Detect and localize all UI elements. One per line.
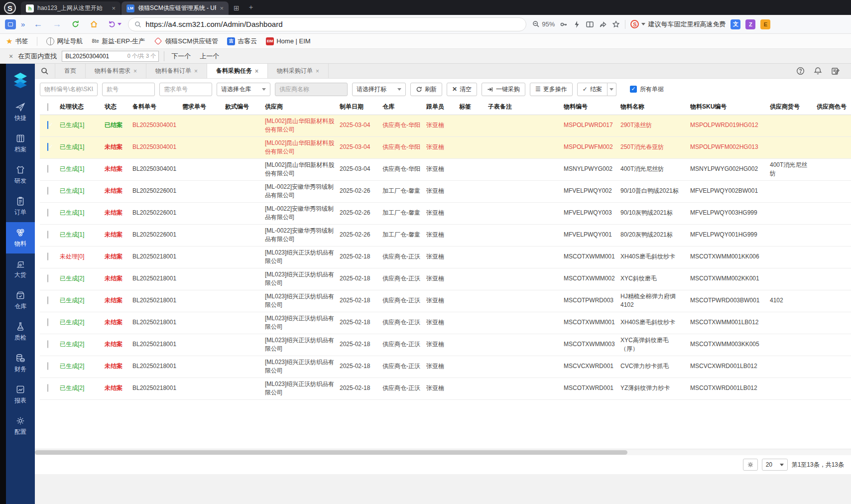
browser-tab-scm[interactable]: LM 领猫SCM供应链管理系统 - UF × bbox=[122, 1, 229, 15]
table-row[interactable]: 已生成[1] 未结案 BL20250226001 [ML-0022]安徽华秀羽绒… bbox=[40, 180, 851, 202]
sidebar-item-dangan[interactable]: 档案 bbox=[6, 128, 35, 159]
find-prev-button[interactable]: 上一个 bbox=[198, 52, 221, 61]
bookmark-eim-home[interactable]: EIM Home | EIM bbox=[266, 37, 310, 45]
forward-icon[interactable]: → bbox=[49, 19, 65, 29]
sidebar-item-peizhi[interactable]: 配置 bbox=[6, 410, 35, 442]
row-checkbox[interactable] bbox=[47, 318, 48, 326]
table-row[interactable]: 已生成[1] 未结案 BL20250226001 [ML-0022]安徽华秀羽绒… bbox=[40, 202, 851, 224]
table-row[interactable]: 已生成[1] 未结案 BL20250304001 [ML002]昆山华阳新材料股… bbox=[40, 136, 851, 158]
sidebar-item-yanfa[interactable]: 研发 bbox=[6, 159, 35, 191]
warehouse-select[interactable]: 请选择仓库 bbox=[217, 83, 270, 96]
material-search-input[interactable] bbox=[40, 83, 98, 96]
close-case-dropdown[interactable] bbox=[608, 83, 616, 96]
find-close-icon[interactable]: × bbox=[9, 52, 13, 60]
url-bar[interactable]: https://a4.scm321.com/Admin/Dashboard bbox=[128, 17, 526, 31]
translate-extension-icon[interactable]: 文 bbox=[730, 19, 740, 29]
reader-book-icon[interactable] bbox=[586, 20, 594, 28]
table-row[interactable]: 未处理[0] 未结案 BL20250218001 [ML023]绍兴正沃纺织品有… bbox=[40, 246, 851, 268]
find-input[interactable]: BL20250304001 0 个/共 3 个 bbox=[62, 51, 159, 62]
notification-bell-icon[interactable] bbox=[814, 67, 822, 75]
sidebar-item-dahuo[interactable]: 大货 bbox=[6, 253, 35, 285]
close-case-button[interactable]: ✓ 结案 bbox=[577, 83, 608, 96]
favorite-star-icon[interactable] bbox=[612, 20, 620, 28]
lightning-icon[interactable] bbox=[573, 20, 581, 28]
sidebar-item-caiwu[interactable]: 财务 bbox=[6, 348, 35, 379]
row-checkbox[interactable] bbox=[47, 187, 48, 195]
sidebar-item-baobiao[interactable]: 报表 bbox=[6, 379, 35, 410]
table-row[interactable]: 已生成[2] 未结案 BL20250218001 [ML023]绍兴正沃纺织品有… bbox=[40, 334, 851, 356]
bookmark-jikeyun[interactable]: 吉 吉客云 bbox=[227, 37, 257, 46]
row-checkbox[interactable] bbox=[47, 384, 48, 392]
new-tab-icon[interactable]: ＋ bbox=[247, 3, 254, 12]
tab-close-icon[interactable]: × bbox=[255, 68, 258, 75]
app-tab-caigou-dingdan[interactable]: 物料采购订单 × bbox=[268, 64, 329, 78]
tab-close-icon[interactable]: × bbox=[194, 68, 198, 75]
password-key-icon[interactable] bbox=[560, 20, 568, 28]
zoom-control[interactable]: 95% bbox=[532, 20, 555, 28]
bookmark-star[interactable]: ★ 书签 bbox=[6, 37, 28, 46]
sidebar-item-zhijian[interactable]: 质检 bbox=[6, 316, 35, 348]
style-no-input[interactable] bbox=[102, 83, 155, 96]
refresh-button[interactable]: 刷新 bbox=[410, 83, 442, 96]
app-tab-home[interactable]: 首页 bbox=[55, 64, 86, 78]
row-checkbox[interactable] bbox=[47, 274, 48, 282]
app-tab-caigou-renwu[interactable]: 备料采购任务 × bbox=[207, 64, 268, 78]
supplier-name-input[interactable]: 供应商名称 bbox=[275, 83, 348, 96]
app-logo-icon[interactable] bbox=[6, 64, 35, 97]
tab-close-icon[interactable]: × bbox=[316, 68, 319, 75]
row-checkbox[interactable] bbox=[47, 143, 48, 151]
bookmark-lingmao[interactable]: 领猫SCM供应链管 bbox=[154, 37, 218, 46]
row-checkbox[interactable] bbox=[47, 121, 48, 129]
row-checkbox[interactable] bbox=[47, 165, 48, 173]
table-row[interactable]: 已生成[2] 未结案 BL20250218001 [ML023]绍兴正沃纺织品有… bbox=[40, 312, 851, 334]
row-checkbox[interactable] bbox=[47, 362, 48, 370]
extensions-chevron-icon[interactable]: » bbox=[19, 20, 27, 28]
table-row[interactable]: 已生成[2] 未结案 BL20250218001 [ML023]绍兴正沃纺织品有… bbox=[40, 378, 851, 399]
table-row[interactable]: 已生成[2] 未结案 BL20250218001 [ML023]绍兴正沃纺织品有… bbox=[40, 268, 851, 290]
browser-tab-hao123[interactable]: h hao123_上网从这里开始 × bbox=[21, 1, 121, 15]
table-row[interactable]: 已生成[1] 未结案 BL20250226001 [ML-0022]安徽华秀羽绒… bbox=[40, 224, 851, 246]
reload-icon[interactable] bbox=[68, 20, 83, 28]
tab-close-icon[interactable]: × bbox=[220, 4, 224, 12]
select-all-checkbox[interactable] bbox=[47, 103, 48, 111]
table-row[interactable]: 已生成[2] 未结案 BL20250218001 [ML023]绍兴正沃纺织品有… bbox=[40, 290, 851, 312]
table-row[interactable]: 已生成[2] 未结案 BL20250218001 [ML023]绍兴正沃纺织品有… bbox=[40, 356, 851, 378]
app-tab-beiliao-xuqiu[interactable]: 物料备料需求 × bbox=[86, 64, 146, 78]
one-click-purchase-button[interactable]: 一键采购 bbox=[482, 83, 525, 96]
mini-window-icon[interactable] bbox=[5, 19, 16, 29]
home-icon[interactable] bbox=[86, 20, 102, 28]
sidebar-item-dingdan[interactable]: 订单 bbox=[6, 191, 35, 222]
sidebar-item-cangku[interactable]: 仓库 bbox=[6, 285, 35, 316]
find-next-button[interactable]: 下一个 bbox=[169, 52, 193, 61]
more-actions-button[interactable]: ☰ 更多操作 bbox=[530, 83, 573, 96]
row-checkbox[interactable] bbox=[47, 340, 48, 348]
bookmark-nav[interactable]: 网址导航 bbox=[46, 37, 83, 46]
row-checkbox[interactable] bbox=[47, 252, 48, 260]
page-size-select[interactable]: 20 bbox=[762, 459, 788, 471]
sidebar-item-kuaijie[interactable]: 快捷 bbox=[6, 97, 35, 128]
all-docs-toggle[interactable]: 所有单据 bbox=[630, 85, 664, 94]
undo-history-icon[interactable] bbox=[105, 20, 125, 28]
back-icon[interactable]: ← bbox=[30, 19, 46, 29]
table-row[interactable]: 已生成[1] 已结案 BL20250304001 [ML002]昆山华阳新材料股… bbox=[40, 115, 851, 136]
row-checkbox[interactable] bbox=[47, 296, 48, 304]
all-docs-checkbox[interactable] bbox=[630, 86, 637, 93]
tab-close-icon[interactable]: × bbox=[112, 4, 116, 12]
tab-tools-icon[interactable]: ⊞ bbox=[234, 4, 240, 12]
sidebar-item-wuliao[interactable]: 物料 bbox=[6, 222, 35, 253]
demand-no-input[interactable] bbox=[159, 83, 212, 96]
form-edit-icon[interactable] bbox=[831, 67, 840, 75]
clear-button[interactable]: ✕ 清空 bbox=[447, 83, 477, 96]
horizontal-scrollbar[interactable] bbox=[35, 449, 851, 455]
help-icon[interactable] bbox=[796, 67, 805, 75]
share-icon[interactable] bbox=[599, 20, 607, 28]
table-row[interactable]: 已生成[1] 未结案 BL20250304001 [ML002]昆山华阳新材料股… bbox=[40, 158, 851, 180]
pen-extension-icon[interactable]: Z bbox=[745, 19, 755, 29]
bookmark-erp[interactable]: 8te 新益-ERP-生产 bbox=[92, 37, 145, 46]
app-search-icon[interactable] bbox=[35, 64, 55, 78]
eim-extension-icon[interactable]: E bbox=[760, 19, 770, 29]
tag-select[interactable]: 请选择打标 bbox=[352, 83, 406, 96]
suggestion-chip[interactable]: S 建议每车固定里程高速免费 bbox=[630, 20, 726, 29]
tab-close-icon[interactable]: × bbox=[133, 68, 137, 75]
row-checkbox[interactable] bbox=[47, 209, 48, 217]
